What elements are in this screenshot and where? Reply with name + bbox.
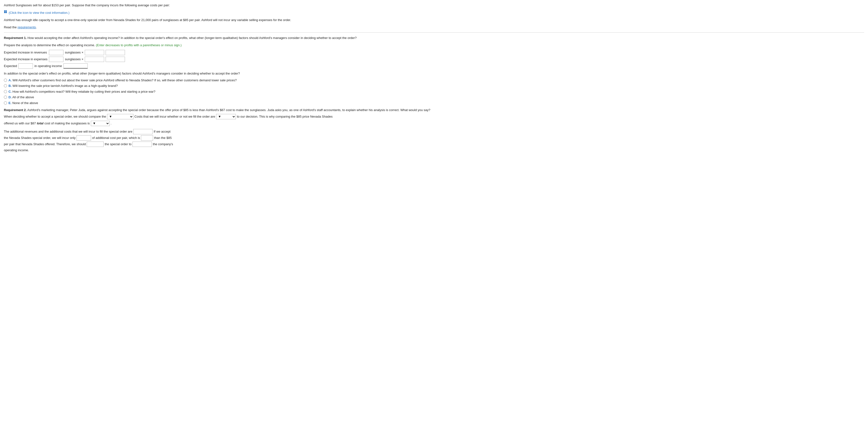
- requirement1-heading: Requirement 1. How would accepting the o…: [4, 36, 864, 40]
- fill1-row2: offered us with our $87 total cost of ma…: [4, 121, 864, 126]
- expense-price-input[interactable]: [85, 57, 104, 62]
- option-d-radio[interactable]: [4, 96, 7, 99]
- expenses-row: Expected increase in expenses sunglasses…: [4, 57, 864, 62]
- cost-info-link[interactable]: (Click the icon to view the cost informa…: [4, 10, 69, 15]
- should-input[interactable]: [87, 141, 104, 147]
- option-d-label[interactable]: D. All of the above: [8, 95, 34, 100]
- option-c-radio[interactable]: [4, 90, 7, 93]
- expense-total-input[interactable]: [105, 57, 125, 62]
- additional-section: The additional revenues and the addition…: [4, 129, 864, 153]
- option-b-row: B. Will lowering the sale price tarnish …: [4, 84, 864, 88]
- additional-revenues-input[interactable]: [133, 129, 153, 134]
- requirements-link[interactable]: requirements: [18, 25, 36, 29]
- svg-rect-3: [6, 12, 7, 13]
- additional-row1: The additional revenues and the addition…: [4, 129, 864, 134]
- additional-row3: per pair that Nevada Shades offered. The…: [4, 141, 864, 147]
- irrelevant-dropdown[interactable]: ▼ irrelevant relevant: [216, 114, 236, 119]
- prepare-text: Prepare the analysis to determine the ef…: [4, 43, 864, 48]
- svg-rect-1: [6, 10, 7, 11]
- option-c-label[interactable]: C. How will Ashford's competitors react?…: [8, 89, 155, 94]
- icon-link-row[interactable]: (Click the icon to view the cost informa…: [4, 10, 864, 15]
- question-text: In addition to the special order's effec…: [4, 71, 864, 76]
- svg-rect-2: [4, 12, 5, 13]
- effect-input[interactable]: [132, 141, 152, 147]
- option-d-row: D. All of the above: [4, 95, 864, 100]
- relevant-costs-dropdown[interactable]: ▼ relevant costs total costs variable co…: [107, 114, 133, 119]
- expense-qty-input[interactable]: [49, 57, 63, 62]
- option-a-row: A. Will Ashford's other customers find o…: [4, 78, 864, 83]
- revenue-row: Expected increase in revenues sunglasses…: [4, 50, 864, 55]
- intro-line3: Read the requirements.: [4, 25, 864, 30]
- additional-row4: operating income.: [4, 148, 864, 153]
- options-group: A. Will Ashford's other customers find o…: [4, 78, 864, 105]
- section-divider: [4, 32, 864, 33]
- fill1-row: When deciding whether to accept a specia…: [4, 114, 864, 119]
- option-b-label[interactable]: B. Will lowering the sale price tarnish …: [8, 84, 118, 88]
- additional-row2: the Nevada Shades special order, we will…: [4, 135, 864, 140]
- operating-income-value-input[interactable]: [63, 63, 88, 69]
- additional-cost-input[interactable]: [76, 135, 91, 140]
- option-e-radio[interactable]: [4, 101, 7, 104]
- intro-line2: Ashford has enough idle capacity to acce…: [4, 18, 864, 23]
- option-e-label[interactable]: E. None of the above: [8, 101, 38, 105]
- additional-comparison-input[interactable]: [141, 135, 153, 140]
- incorrect-dropdown[interactable]: ▼ incorrect correct: [91, 121, 110, 126]
- option-c-row: C. How will Ashford's competitors react?…: [4, 89, 864, 94]
- operating-income-label-input[interactable]: [19, 63, 33, 69]
- option-a-label[interactable]: A. Will Ashford's other customers find o…: [8, 78, 237, 83]
- intro-line1: Ashford Sunglasses sell for about $153 p…: [4, 3, 864, 8]
- operating-income-row: Expected in operating income: [4, 63, 864, 69]
- option-a-radio[interactable]: [4, 79, 7, 82]
- revenue-qty-input[interactable]: [49, 50, 63, 55]
- option-b-radio[interactable]: [4, 84, 7, 87]
- grid-icon: [4, 10, 8, 15]
- revenue-total-input[interactable]: [105, 50, 125, 55]
- option-e-row: E. None of the above: [4, 101, 864, 105]
- requirement2-heading: Requirement 2. Ashford's marketing manag…: [4, 108, 864, 112]
- svg-rect-0: [4, 10, 5, 11]
- revenue-price-input[interactable]: [85, 50, 104, 55]
